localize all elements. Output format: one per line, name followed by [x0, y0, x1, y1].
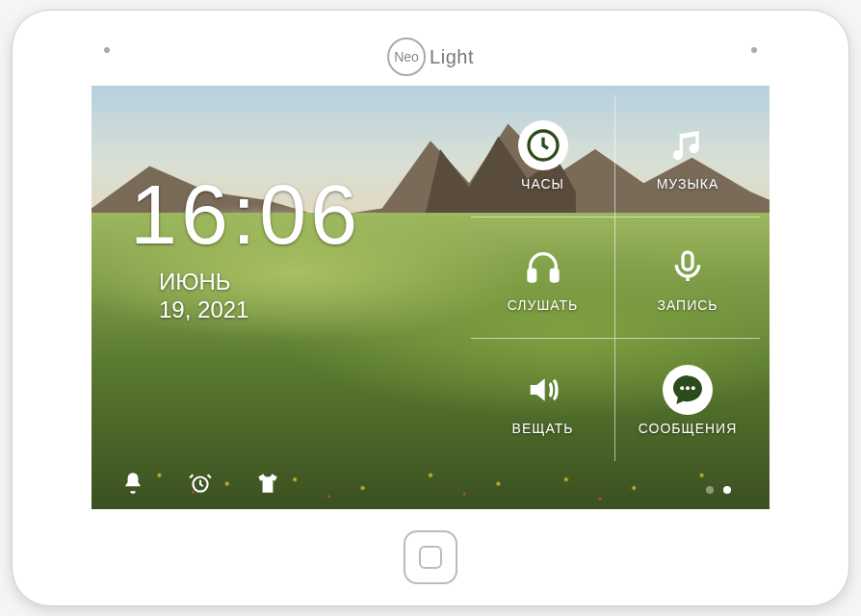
status-bar — [118, 469, 282, 498]
date-text: ИЮНЬ 19, 2021 — [159, 269, 361, 324]
clock-display: 16:06 ИЮНЬ 19, 2021 — [130, 172, 361, 324]
clock-icon — [518, 120, 568, 170]
svg-point-6 — [691, 386, 695, 390]
page-indicator[interactable] — [706, 486, 731, 494]
menu-listen[interactable]: СЛУШАТЬ — [471, 218, 615, 340]
menu-grid: ЧАСЫ МУЗЫКА СЛУШАТЬ — [471, 95, 760, 461]
alarm-icon[interactable] — [186, 469, 215, 498]
svg-point-4 — [680, 386, 684, 390]
shirt-icon[interactable] — [253, 469, 282, 498]
menu-clock[interactable]: ЧАСЫ — [471, 95, 615, 218]
page-dot-0 — [706, 486, 714, 494]
home-button[interactable] — [404, 530, 457, 584]
messages-icon — [663, 365, 713, 415]
menu-record-label: ЗАПИСЬ — [657, 297, 718, 313]
menu-messages-label: СООБЩЕНИЯ — [639, 421, 738, 436]
menu-music[interactable]: МУЗЫКА — [615, 95, 760, 218]
screen-overlay: 16:06 ИЮНЬ 19, 2021 ЧАСЫ МУЗ — [91, 86, 770, 509]
menu-record[interactable]: ЗАПИСЬ — [615, 218, 760, 340]
svg-point-5 — [686, 386, 690, 390]
menu-broadcast[interactable]: ВЕЩАТЬ — [471, 339, 615, 461]
menu-listen-label: СЛУШАТЬ — [508, 297, 579, 313]
page-dot-1 — [723, 486, 731, 494]
date-day-year: 19, 2021 — [159, 296, 248, 322]
menu-music-label: МУЗЫКА — [657, 176, 719, 192]
sensor-dot-right — [751, 47, 757, 53]
sensor-dot-left — [104, 47, 110, 53]
headphones-icon — [518, 242, 568, 292]
brand-text: Light — [430, 46, 474, 68]
time-text: 16:06 — [130, 172, 361, 257]
brand-circle: Neo — [387, 38, 426, 76]
menu-broadcast-label: ВЕЩАТЬ — [512, 421, 574, 436]
date-month: ИЮНЬ — [159, 269, 231, 295]
speaker-icon — [518, 365, 568, 415]
brand-logo: Neo Light — [387, 38, 474, 76]
device-frame: Neo Light 16:06 ИЮНЬ 19, 2021 — [12, 10, 849, 606]
bell-icon[interactable] — [118, 469, 147, 498]
home-button-glyph — [419, 546, 442, 569]
svg-rect-1 — [529, 270, 535, 282]
music-icon — [663, 120, 713, 170]
microphone-icon — [663, 242, 713, 292]
svg-rect-2 — [551, 270, 558, 282]
screen: 16:06 ИЮНЬ 19, 2021 ЧАСЫ МУЗ — [91, 86, 770, 509]
menu-messages[interactable]: СООБЩЕНИЯ — [615, 339, 760, 461]
svg-rect-3 — [683, 252, 692, 270]
menu-clock-label: ЧАСЫ — [521, 176, 564, 192]
